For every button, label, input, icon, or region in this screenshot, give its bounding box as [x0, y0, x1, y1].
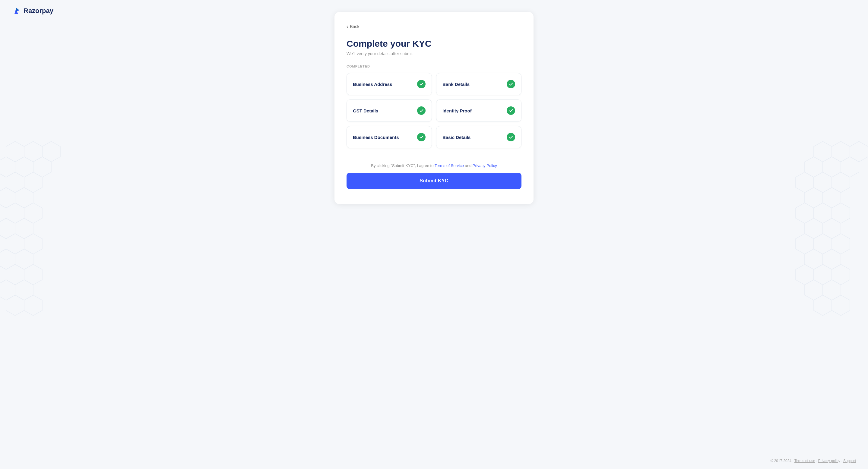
kyc-item-identity-proof-label: Identity Proof [442, 108, 472, 113]
page-subtitle: We'll verify your details after submit [346, 51, 522, 56]
privacy-policy-link[interactable]: Privacy Policy [473, 163, 497, 168]
business-address-check-icon [417, 80, 426, 88]
chevron-left-icon: ‹ [346, 24, 348, 29]
logo-text: Razorpay [24, 7, 53, 15]
terms-of-service-link[interactable]: Terms of Service [435, 163, 464, 168]
kyc-card: ‹ Back Complete your KYC We'll verify yo… [335, 12, 533, 204]
back-label: Back [350, 24, 359, 29]
kyc-item-business-address[interactable]: Business Address [346, 73, 432, 95]
gst-details-check-icon [417, 106, 426, 115]
kyc-items-grid: Business Address Bank Details GST [346, 73, 522, 148]
header-logo: Razorpay [12, 6, 53, 16]
kyc-item-business-documents-label: Business Documents [353, 135, 399, 140]
footer-privacy-link[interactable]: Privacy policy [818, 459, 840, 463]
submit-kyc-button[interactable]: Submit KYC [346, 173, 522, 189]
consent-text: By clicking "Submit KYC", I agree to Ter… [346, 163, 522, 168]
submit-area: By clicking "Submit KYC", I agree to Ter… [346, 163, 522, 189]
footer-support-link[interactable]: Support [843, 459, 856, 463]
business-documents-check-icon [417, 133, 426, 141]
footer-terms-link[interactable]: Terms of use [795, 459, 815, 463]
kyc-item-identity-proof[interactable]: Identity Proof [436, 99, 522, 122]
kyc-item-gst-details[interactable]: GST Details [346, 99, 432, 122]
kyc-item-basic-details-label: Basic Details [442, 135, 470, 140]
page-footer: © 2017-2024 · Terms of use · Privacy pol… [771, 459, 856, 463]
kyc-item-bank-details[interactable]: Bank Details [436, 73, 522, 95]
kyc-item-gst-details-label: GST Details [353, 108, 378, 113]
razorpay-logo-icon [12, 6, 22, 16]
page-title: Complete your KYC [346, 39, 522, 49]
kyc-item-basic-details[interactable]: Basic Details [436, 126, 522, 148]
kyc-item-bank-details-label: Bank Details [442, 82, 470, 87]
section-completed-label: COMPLETED [346, 65, 522, 68]
basic-details-check-icon [507, 133, 515, 141]
footer-copyright: © 2017-2024 · [771, 459, 794, 463]
kyc-item-business-address-label: Business Address [353, 82, 392, 87]
back-link[interactable]: ‹ Back [346, 24, 522, 29]
identity-proof-check-icon [507, 106, 515, 115]
bank-details-check-icon [507, 80, 515, 88]
kyc-item-business-documents[interactable]: Business Documents [346, 126, 432, 148]
